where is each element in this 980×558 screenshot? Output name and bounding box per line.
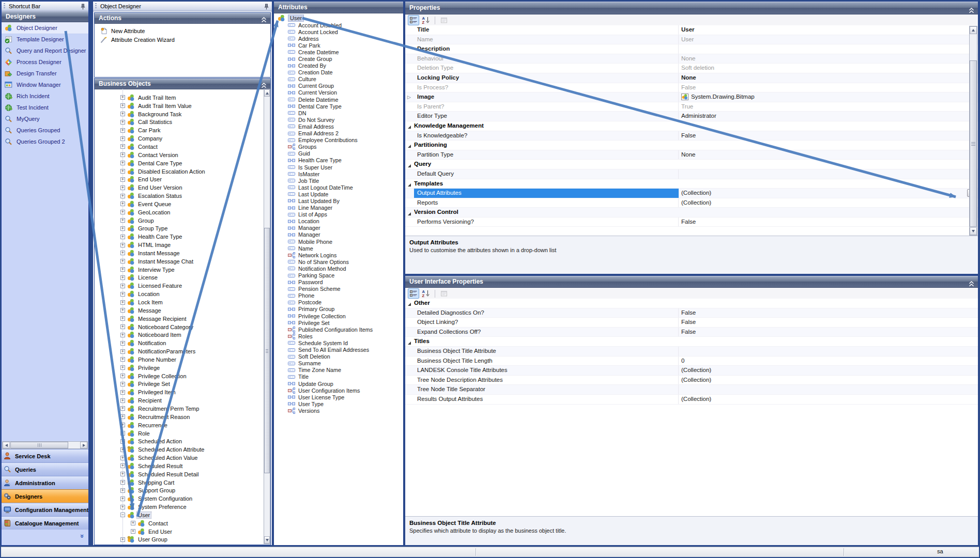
property-name[interactable]: Locking Policy	[414, 73, 679, 83]
tree-item-scheduled-result-detail[interactable]: +Scheduled Result Detail	[95, 470, 264, 478]
property-row-default-query[interactable]: Default Query	[405, 169, 978, 179]
expand-box-icon[interactable]: +	[120, 95, 125, 100]
tree-item-group[interactable]: +Group	[95, 216, 264, 225]
expand-box-icon[interactable]: +	[120, 210, 125, 214]
attribute-item-current-group[interactable]: Current Group	[274, 83, 403, 89]
expand-box-icon[interactable]: +	[120, 251, 125, 255]
property-row-editor-type[interactable]: Editor TypeAdministrator	[405, 112, 978, 121]
expand-box-icon[interactable]: +	[120, 144, 125, 149]
property-value[interactable]	[679, 347, 978, 356]
shortcut-horizontal-scrollbar[interactable]	[2, 441, 88, 449]
property-name[interactable]: Business Object Title Length	[414, 357, 679, 366]
property-value[interactable]: (Collection)	[679, 376, 978, 385]
ui-properties-header[interactable]: User Interface Properties	[405, 276, 978, 288]
property-value[interactable]: None	[679, 150, 978, 160]
category-expanded-icon[interactable]	[408, 164, 411, 167]
property-row-behaviour[interactable]: BehaviourNone	[405, 54, 978, 64]
property-value[interactable]: False	[679, 131, 978, 141]
tree-item-privilege[interactable]: +Privilege	[95, 364, 264, 372]
tree-item-contact[interactable]: +Contact	[95, 519, 264, 528]
tree-item-escalation-status[interactable]: +Escalation Status	[95, 192, 264, 200]
attribute-item-email-address[interactable]: Email Address	[274, 123, 403, 130]
attribute-item-privilege-set[interactable]: Privilege Set	[274, 319, 403, 326]
property-name[interactable]: Tree Node Description Attributes	[414, 376, 679, 385]
property-name[interactable]: Behaviour	[414, 54, 679, 64]
property-row-detailed-diagnostics-on[interactable]: Detailed Diagnostics On?False	[405, 308, 978, 318]
shortcut-bar-titlebar[interactable]: Shortcut Bar	[2, 2, 88, 11]
property-name[interactable]: Performs Versioning?	[414, 218, 679, 227]
category-expanded-icon[interactable]	[408, 126, 411, 129]
property-name[interactable]: Is Process?	[414, 83, 679, 92]
attribute-item-versions[interactable]: Versions	[274, 407, 403, 414]
attribute-item-notification-method[interactable]: Notification Method	[274, 265, 403, 272]
expand-box-icon[interactable]: +	[120, 243, 125, 247]
attribute-item-time-zone-name[interactable]: Time Zone Name	[274, 367, 403, 374]
expand-box-icon[interactable]: +	[120, 161, 125, 165]
tree-item-message-recipient[interactable]: +Message Recipient	[95, 315, 264, 323]
attribute-root-user[interactable]: User	[274, 14, 403, 22]
tree-item-disabled-escalation-action[interactable]: +Disabled Escalation Action	[95, 167, 264, 176]
group-button-designers[interactable]: Designers	[2, 489, 88, 503]
property-value[interactable]: Administrator	[679, 112, 978, 121]
tree-item-contact[interactable]: +Contact	[95, 143, 264, 151]
collapse-box-icon[interactable]: −	[120, 513, 125, 517]
attribute-item-mobile-phone[interactable]: Mobile Phone	[274, 238, 403, 245]
property-value[interactable]: User	[679, 25, 978, 35]
attribute-item-roles[interactable]: Roles	[274, 333, 403, 339]
expand-box-icon[interactable]: +	[131, 521, 135, 525]
tree-item-license[interactable]: +License	[95, 274, 264, 282]
attribute-item-user-configuration-items[interactable]: User Configuration Items	[274, 387, 403, 394]
attribute-item-update-group[interactable]: Update Group	[274, 380, 403, 387]
tree-item-instant-message-chat[interactable]: +Instant Message Chat	[95, 257, 264, 266]
category-expanded-icon[interactable]	[408, 212, 411, 215]
scroll-thumb[interactable]	[970, 60, 977, 227]
attribute-item-pension-scheme[interactable]: Pension Scheme	[274, 286, 403, 292]
property-row-results-output-attributes[interactable]: Results Output Attributes(Collection)	[405, 395, 978, 405]
tree-item-html-image[interactable]: +HTML Image	[95, 241, 264, 249]
expand-box-icon[interactable]: +	[120, 414, 125, 419]
property-name[interactable]: Description	[414, 44, 679, 54]
expand-box-icon[interactable]: +	[120, 136, 125, 141]
property-value[interactable]: None	[679, 73, 978, 83]
property-value[interactable]: None	[679, 54, 978, 64]
attribute-item-surname[interactable]: Surname	[274, 360, 403, 367]
property-value[interactable]: False	[679, 318, 978, 327]
attribute-item-title[interactable]: Title	[274, 374, 403, 380]
property-name[interactable]: Default Query	[414, 169, 679, 179]
attribute-item-manager[interactable]: Manager	[274, 231, 403, 238]
category-row-query[interactable]: Query	[405, 160, 978, 169]
tree-item-group-type[interactable]: +Group Type	[95, 225, 264, 233]
tree-item-contact-version[interactable]: +Contact Version	[95, 151, 264, 159]
attribute-item-last-update[interactable]: Last Update	[274, 191, 403, 197]
property-name[interactable]: Name	[414, 35, 679, 44]
attribute-item-account-disabled[interactable]: Account Disabled	[274, 22, 403, 28]
attributes-header[interactable]: Attributes	[274, 2, 403, 13]
expand-box-icon[interactable]: +	[120, 275, 125, 280]
attribute-item-location[interactable]: Location	[274, 218, 403, 225]
tree-item-notificationparameters[interactable]: +NotificationParameters	[95, 347, 264, 355]
property-row-output-attributes[interactable]: Output Attributes(Collection)...	[405, 189, 978, 198]
expand-box-icon[interactable]: +	[120, 398, 125, 403]
property-name[interactable]: Tree Node Title Separator	[414, 385, 679, 394]
tree-item-scheduled-action[interactable]: +Scheduled Action	[95, 437, 264, 445]
property-name[interactable]: Object Linking?	[414, 318, 679, 327]
sidebar-item-window-manager[interactable]: Window Manager	[2, 79, 88, 90]
attribute-item-guid[interactable]: Guid	[274, 150, 403, 157]
property-value[interactable]: (Collection)	[679, 395, 978, 404]
expand-box-icon[interactable]: +	[120, 431, 125, 436]
attribute-item-postcode[interactable]: Postcode	[274, 299, 403, 306]
property-row-deletion-type[interactable]: Deletion TypeSoft deletion	[405, 64, 978, 73]
expand-box-icon[interactable]: +	[120, 152, 125, 157]
expand-box-icon[interactable]: +	[120, 537, 125, 542]
property-row-is-knowledgeable[interactable]: Is Knowledgeable?False	[405, 131, 978, 141]
expand-box-icon[interactable]: +	[120, 112, 125, 116]
property-name[interactable]: Expand Collections Off?	[414, 328, 679, 337]
action-item-new-attribute[interactable]: New Attribute	[95, 26, 270, 35]
sidebar-item-queries-grouped[interactable]: Queries Grouped	[2, 125, 88, 136]
tree-item-end-user[interactable]: +End User	[95, 528, 264, 536]
attribute-item-primary-group[interactable]: Primary Group	[274, 306, 403, 313]
scroll-left-icon[interactable]	[3, 442, 10, 448]
attribute-item-soft-deletion[interactable]: Soft Deletion	[274, 353, 403, 360]
expand-box-icon[interactable]: +	[120, 365, 125, 370]
property-value[interactable]: False	[679, 83, 978, 92]
